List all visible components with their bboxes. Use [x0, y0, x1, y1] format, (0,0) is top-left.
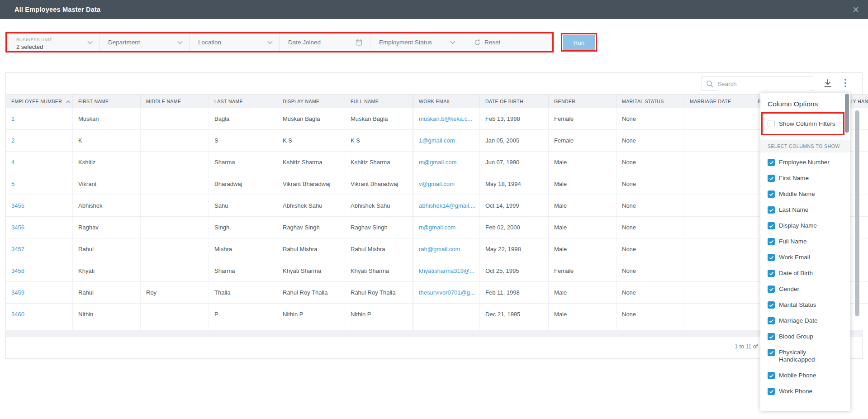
table-row[interactable]: 2KSK SK S1@gmail.comJan 05, 2005FemaleNo…: [6, 130, 868, 152]
checkbox-icon[interactable]: [768, 317, 775, 324]
filter-department[interactable]: Department: [100, 33, 190, 51]
cell-last_name: Sharma: [209, 260, 277, 281]
cell-employee_number[interactable]: 3459: [6, 282, 73, 303]
cell-work_email[interactable]: muskan.b@keka.c...: [413, 108, 480, 129]
cell-gender: Female: [549, 130, 617, 151]
column-header-work_email[interactable]: WORK EMAIL: [413, 95, 480, 108]
filter-employment-status[interactable]: Employment Status: [370, 33, 462, 51]
horizontal-scrollbar[interactable]: [6, 330, 862, 337]
checkbox-icon[interactable]: [768, 270, 775, 277]
checkbox-icon[interactable]: [768, 206, 775, 214]
table-row[interactable]: [6, 325, 868, 330]
column-option-item[interactable]: Blood Group: [768, 333, 844, 340]
table-row[interactable]: 5VikrantBharadwajVikrant BharadwajVikran…: [6, 173, 868, 195]
cell-work_email[interactable]: khyatisharma319@...: [413, 260, 480, 281]
cell-marital_status: None: [617, 260, 684, 281]
show-column-filters-option[interactable]: Show Column Filters: [768, 119, 844, 130]
column-header-last_name[interactable]: LAST NAME: [209, 95, 277, 108]
column-header-date_of_birth[interactable]: DATE OF BIRTH: [480, 95, 549, 108]
checkbox-icon[interactable]: [768, 333, 775, 340]
column-header-gender[interactable]: GENDER: [549, 95, 617, 108]
cell-employee_number[interactable]: 1: [6, 108, 73, 129]
column-option-item[interactable]: Employee Number: [768, 159, 844, 166]
column-header-marital_status[interactable]: MARITAL STATUS: [617, 95, 684, 108]
show-column-filters-checkbox[interactable]: [768, 120, 775, 127]
close-icon[interactable]: ✕: [850, 4, 862, 16]
column-header-middle_name[interactable]: MIDDLE NAME: [141, 95, 209, 108]
table-row[interactable]: 1MuskanBaglaMuskan BaglaMuskan Baglamusk…: [6, 108, 868, 130]
table-row[interactable]: 3460NithinPNithin PNithin PDec 21, 1995M…: [6, 304, 868, 325]
checkbox-icon[interactable]: [768, 301, 775, 309]
filter-business-unit[interactable]: BUSINESS UNIT 2 selected: [7, 33, 100, 51]
vertical-scrollbar-thumb[interactable]: [855, 110, 859, 316]
checkbox-icon[interactable]: [768, 349, 775, 356]
cell-employee_number[interactable]: 2: [6, 130, 73, 151]
sort-asc-icon: [66, 100, 71, 103]
column-header-employee_number[interactable]: EMPLOYEE NUMBER: [6, 95, 73, 108]
filter-location[interactable]: Location: [190, 33, 280, 51]
column-option-item[interactable]: Gender: [768, 286, 844, 293]
column-option-item[interactable]: Date of Birth: [768, 270, 844, 277]
cell-first_name: Rahul: [73, 282, 141, 303]
column-option-item[interactable]: First Name: [768, 175, 844, 182]
column-option-item[interactable]: Full Name: [768, 238, 844, 245]
checkbox-icon[interactable]: [768, 286, 775, 293]
cell-employee_number[interactable]: 3460: [6, 304, 73, 325]
column-option-item[interactable]: Middle Name: [768, 190, 844, 198]
table-row[interactable]: 4KshitizSharmaKshitiz SharmaKshitiz Shar…: [6, 152, 868, 173]
column-option-item[interactable]: Marital Status: [768, 301, 844, 309]
cell-employee_number[interactable]: 3456: [6, 217, 73, 238]
cell-work_email[interactable]: m@gmail.com: [413, 152, 480, 173]
search-input[interactable]: [716, 77, 811, 91]
column-header-full_name[interactable]: FULL NAME: [345, 95, 413, 108]
table-row[interactable]: 3457RahulMishraRahul MishraRahul Mishrar…: [6, 238, 868, 260]
cell-work_email[interactable]: rah@gmail.com: [413, 238, 480, 260]
chevron-down-icon: [87, 41, 93, 44]
column-option-item[interactable]: Last Name: [768, 206, 844, 214]
cell-work_email[interactable]: abhishek14@gmail....: [413, 195, 480, 216]
cell-employee_number[interactable]: 4: [6, 152, 73, 173]
column-option-item[interactable]: Mobile Phone: [768, 372, 844, 379]
cell-first_name: Raghav: [73, 217, 141, 238]
kebab-menu-button[interactable]: [840, 77, 852, 89]
cell-last_name: Bagla: [209, 108, 277, 129]
checkbox-icon[interactable]: [768, 222, 775, 229]
column-option-item[interactable]: Physically Handicapped: [768, 349, 844, 363]
cell-employee_number[interactable]: 3458: [6, 260, 73, 281]
filter-reset-button[interactable]: Reset: [462, 33, 552, 51]
checkbox-icon[interactable]: [768, 190, 775, 198]
column-option-item[interactable]: Display Name: [768, 222, 844, 229]
cell-full_name: Nithin P: [345, 304, 413, 325]
download-button[interactable]: [822, 77, 834, 89]
table-row[interactable]: 3459RahulRoyThallaRahul Roy ThallaRahul …: [6, 282, 868, 304]
checkbox-icon[interactable]: [768, 159, 775, 166]
filter-date-joined[interactable]: Date Joined: [280, 33, 370, 51]
checkbox-icon[interactable]: [768, 238, 775, 245]
cell-work_email[interactable]: rr@gmail.com: [413, 217, 480, 238]
column-header-display_name[interactable]: DISPLAY NAME: [277, 95, 345, 108]
column-option-item[interactable]: Work Email: [768, 254, 844, 261]
cell-work_email[interactable]: v@gmail.com: [413, 173, 480, 195]
checkbox-icon[interactable]: [768, 388, 775, 395]
cell-full_name: Rahul Roy Thalla: [345, 282, 413, 303]
cell-work_email[interactable]: 1@gmail.com: [413, 130, 480, 151]
column-option-label: Work Email: [779, 254, 810, 261]
checkbox-icon[interactable]: [768, 254, 775, 261]
table-row[interactable]: 3458KhyatiSharmaKhyati SharmaKhyati Shar…: [6, 260, 868, 282]
run-button[interactable]: Run: [563, 35, 595, 50]
table-row[interactable]: 3456RaghavSinghRaghav SinghRaghav Singhr…: [6, 217, 868, 238]
cell-first_name: Muskan: [73, 108, 141, 129]
cell-employee_number[interactable]: 3457: [6, 238, 73, 260]
column-option-item[interactable]: Marriage Date: [768, 317, 844, 324]
cell-work_email[interactable]: thesurvivor0701@g...: [413, 282, 480, 303]
cell-employee_number[interactable]: 3455: [6, 195, 73, 216]
column-header-marriage_date[interactable]: MARRIAGE DATE: [684, 95, 752, 108]
filter-date-joined-label: Date Joined: [288, 39, 321, 46]
column-header-first_name[interactable]: FIRST NAME: [73, 95, 141, 108]
panel-scrollbar-thumb[interactable]: [845, 94, 849, 133]
checkbox-icon[interactable]: [768, 175, 775, 182]
checkbox-icon[interactable]: [768, 372, 775, 379]
cell-employee_number[interactable]: 5: [6, 173, 73, 195]
table-row[interactable]: 3455AbhishekSahuAbhishek SahuAbhishek Sa…: [6, 195, 868, 217]
column-option-item[interactable]: Work Phone: [768, 388, 844, 395]
